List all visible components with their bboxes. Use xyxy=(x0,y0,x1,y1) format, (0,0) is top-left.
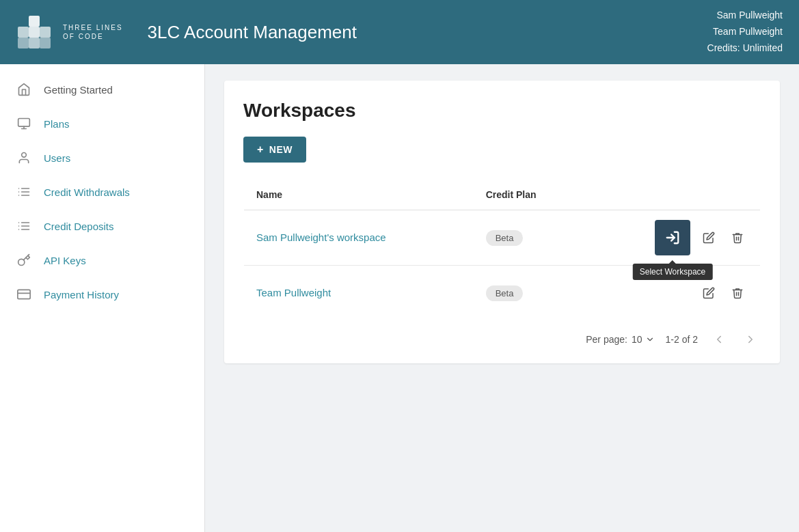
table-row: Team Pullweight Beta xyxy=(244,266,761,321)
sidebar-item-label: Plans xyxy=(44,118,70,130)
workspace-plan-cell: Beta xyxy=(474,210,585,266)
svg-point-10 xyxy=(22,153,27,158)
list2-icon xyxy=(16,219,31,234)
svg-rect-6 xyxy=(40,38,51,48)
sidebar-item-api-keys[interactable]: API Keys xyxy=(0,243,204,277)
svg-rect-3 xyxy=(40,27,51,38)
sidebar-item-label: Getting Started xyxy=(44,84,113,96)
credits: Credits: Unlimited xyxy=(707,40,783,57)
workspace-link[interactable]: Sam Pullweight's workspace xyxy=(256,232,386,243)
logo-icon xyxy=(16,14,52,50)
chevron-down-icon xyxy=(645,335,655,344)
sidebar-item-label: Users xyxy=(44,152,70,164)
table-row: Sam Pullweight's workspace Beta xyxy=(244,210,761,266)
select-workspace-container: Select Workspace xyxy=(655,220,690,255)
user-icon xyxy=(16,150,31,165)
main-content: Workspaces + NEW Name Credit Plan xyxy=(205,64,799,532)
sidebar-item-credit-deposits[interactable]: Credit Deposits xyxy=(0,209,204,243)
monitor-icon xyxy=(16,116,31,131)
new-button-label: NEW xyxy=(269,144,293,155)
chevron-right-icon xyxy=(744,333,757,346)
chevron-left-icon xyxy=(713,333,725,346)
sidebar-item-payment-history[interactable]: Payment History xyxy=(0,277,204,311)
svg-rect-2 xyxy=(29,27,40,38)
edit-workspace-button[interactable] xyxy=(699,283,719,303)
header-user-info: Sam Pullweight Team Pullweight Credits: … xyxy=(707,8,783,56)
pencil-icon xyxy=(703,232,715,244)
workspace-actions-cell: Select Workspace xyxy=(585,210,760,266)
trash-icon xyxy=(731,232,744,244)
per-page-selector: Per page: 10 xyxy=(586,334,654,345)
per-page-label: Per page: xyxy=(586,334,627,345)
workspace-name-cell: Team Pullweight xyxy=(244,266,474,321)
next-page-button[interactable] xyxy=(740,332,761,347)
key-icon xyxy=(16,253,31,268)
table-header-plan: Credit Plan xyxy=(474,180,585,210)
actions-container xyxy=(597,266,748,320)
team-name: Team Pullweight xyxy=(707,24,783,40)
workspace-link[interactable]: Team Pullweight xyxy=(256,287,331,298)
table-header-actions xyxy=(585,180,760,210)
sidebar-item-users[interactable]: Users xyxy=(0,141,204,175)
user-name: Sam Pullweight xyxy=(707,8,783,24)
svg-rect-24 xyxy=(18,290,30,298)
svg-rect-1 xyxy=(18,27,29,38)
sidebar-item-label: Credit Withdrawals xyxy=(44,186,130,198)
delete-workspace-button[interactable] xyxy=(727,227,748,248)
sidebar-item-plans[interactable]: Plans xyxy=(0,107,204,141)
card-icon xyxy=(16,287,31,302)
app-title: 3LC Account Management xyxy=(148,22,357,43)
sidebar-item-label: Credit Deposits xyxy=(44,221,114,232)
svg-rect-5 xyxy=(29,38,40,48)
sidebar-item-getting-started[interactable]: Getting Started xyxy=(0,72,204,107)
plan-badge: Beta xyxy=(486,230,524,246)
prev-page-button[interactable] xyxy=(709,332,729,347)
pencil-icon xyxy=(703,287,715,299)
workspace-actions-cell xyxy=(585,266,760,321)
svg-rect-4 xyxy=(18,38,29,48)
plus-icon: + xyxy=(257,143,264,156)
logo-text: THREE LINES OF CODE xyxy=(63,23,123,41)
sidebar-item-label: Payment History xyxy=(44,289,119,300)
new-workspace-button[interactable]: + NEW xyxy=(243,137,306,163)
actions-container: Select Workspace xyxy=(597,210,748,265)
page-title: Workspaces xyxy=(243,100,761,122)
header-left: THREE LINES OF CODE 3LC Account Manageme… xyxy=(16,14,357,50)
pagination: Per page: 10 1-2 of 2 xyxy=(243,321,761,350)
workspaces-card: Workspaces + NEW Name Credit Plan xyxy=(224,81,780,363)
table-header-name: Name xyxy=(244,180,474,210)
sidebar: Getting Started Plans Users xyxy=(0,64,205,532)
sidebar-item-label: API Keys xyxy=(44,255,86,266)
workspaces-table: Name Credit Plan Sam Pullweight's worksp… xyxy=(243,179,761,321)
select-workspace-button[interactable] xyxy=(655,220,690,255)
svg-rect-7 xyxy=(18,119,30,127)
per-page-value[interactable]: 10 xyxy=(632,334,655,345)
svg-rect-0 xyxy=(29,16,40,27)
delete-workspace-button[interactable] xyxy=(727,283,748,303)
plan-badge: Beta xyxy=(486,285,524,301)
trash-icon xyxy=(731,287,744,299)
app-header: THREE LINES OF CODE 3LC Account Manageme… xyxy=(0,0,799,64)
edit-workspace-button[interactable] xyxy=(699,227,719,248)
main-layout: Getting Started Plans Users xyxy=(0,64,799,532)
login-icon xyxy=(665,230,680,245)
workspace-name-cell: Sam Pullweight's workspace xyxy=(244,210,474,266)
page-info: 1-2 of 2 xyxy=(666,334,698,345)
list-icon xyxy=(16,184,31,199)
home-icon xyxy=(16,82,31,97)
sidebar-item-credit-withdrawals[interactable]: Credit Withdrawals xyxy=(0,175,204,209)
workspace-plan-cell: Beta xyxy=(474,266,585,321)
